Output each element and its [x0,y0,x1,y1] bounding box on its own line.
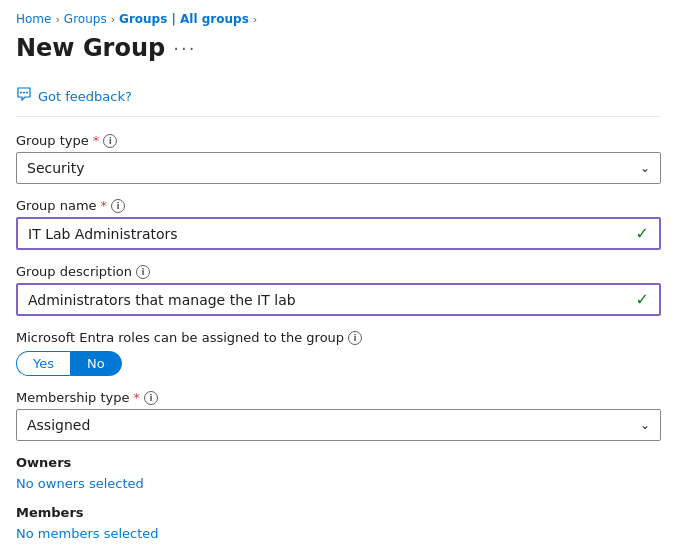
breadcrumb-home[interactable]: Home [16,12,51,26]
group-description-value: Administrators that manage the IT lab [28,292,636,308]
group-type-chevron: ⌄ [640,161,650,175]
entra-roles-label: Microsoft Entra roles can be assigned to… [16,330,661,345]
members-section: Members No members selected [16,505,661,541]
group-name-value: IT Lab Administrators [28,226,636,242]
svg-point-2 [26,92,28,94]
group-name-label: Group name * i [16,198,661,213]
breadcrumb-sep-2: › [111,13,115,26]
group-name-input[interactable]: IT Lab Administrators ✓ [16,217,661,250]
group-type-field: Group type * i Security ⌄ [16,133,661,184]
group-description-input[interactable]: Administrators that manage the IT lab ✓ [16,283,661,316]
group-name-field: Group name * i IT Lab Administrators ✓ [16,198,661,250]
membership-type-select[interactable]: Assigned ⌄ [16,409,661,441]
membership-type-chevron: ⌄ [640,418,650,432]
page-menu-icon[interactable]: ··· [173,38,196,59]
toggle-yes[interactable]: Yes [16,351,70,376]
entra-roles-field: Microsoft Entra roles can be assigned to… [16,330,661,376]
group-description-field: Group description i Administrators that … [16,264,661,316]
group-type-label: Group type * i [16,133,661,148]
membership-type-label: Membership type * i [16,390,661,405]
svg-point-1 [23,92,25,94]
entra-roles-info[interactable]: i [348,331,362,345]
group-name-checkmark: ✓ [636,224,649,243]
feedback-bar: Got feedback? [16,78,661,117]
group-type-required: * [93,133,100,148]
membership-type-value: Assigned [27,417,90,433]
members-label: Members [16,505,661,520]
page-title-row: New Group ··· [16,34,661,62]
breadcrumb-sep-1: › [55,13,59,26]
page-title: New Group [16,34,165,62]
breadcrumb-groups[interactable]: Groups [64,12,107,26]
page-container: Home › Groups › Groups | All groups › Ne… [0,0,677,557]
membership-type-info[interactable]: i [144,391,158,405]
breadcrumb-all-groups[interactable]: Groups | All groups [119,12,249,26]
svg-point-0 [20,92,22,94]
form-section: Group type * i Security ⌄ Group name * i… [16,133,661,541]
group-description-info[interactable]: i [136,265,150,279]
owners-section: Owners No owners selected [16,455,661,491]
breadcrumb-sep-3: › [253,13,257,26]
breadcrumb: Home › Groups › Groups | All groups › [16,12,661,26]
group-description-checkmark: ✓ [636,290,649,309]
members-link[interactable]: No members selected [16,526,661,541]
group-type-value: Security [27,160,85,176]
group-type-info[interactable]: i [103,134,117,148]
group-description-label: Group description i [16,264,661,279]
feedback-link[interactable]: Got feedback? [38,89,132,104]
feedback-icon [16,86,32,106]
owners-label: Owners [16,455,661,470]
owners-link[interactable]: No owners selected [16,476,661,491]
entra-roles-toggle: Yes No [16,351,661,376]
membership-type-required: * [134,390,141,405]
group-type-select[interactable]: Security ⌄ [16,152,661,184]
toggle-no[interactable]: No [70,351,122,376]
group-name-required: * [101,198,108,213]
membership-type-field: Membership type * i Assigned ⌄ [16,390,661,441]
group-name-info[interactable]: i [111,199,125,213]
